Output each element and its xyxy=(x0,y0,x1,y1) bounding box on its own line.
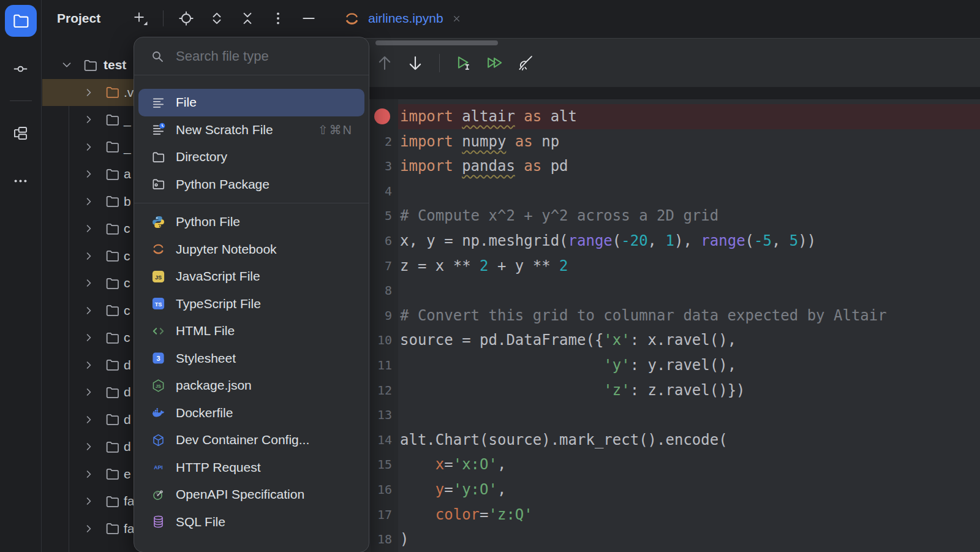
gutter-line-number[interactable]: 5 xyxy=(371,203,398,229)
locate-button[interactable] xyxy=(178,10,194,26)
code-token: alt xyxy=(551,108,577,125)
popup-item-http-request[interactable]: APIHTTP Request xyxy=(138,454,364,482)
hide-button[interactable] xyxy=(301,10,317,26)
popup-item-dockerfile[interactable]: Dockerfile xyxy=(138,399,364,427)
gutter-line-number[interactable]: 11 xyxy=(371,353,398,378)
horizontal-scrollbar-thumb[interactable] xyxy=(375,40,498,45)
chevron-right-icon[interactable] xyxy=(83,277,95,289)
expand-all-button[interactable] xyxy=(209,10,225,26)
gutter-line-number[interactable]: 10 xyxy=(371,328,398,353)
chevron-right-icon[interactable] xyxy=(83,386,95,398)
code-line-8[interactable] xyxy=(400,278,980,303)
gutter-line-number[interactable]: 2 xyxy=(371,129,398,154)
code-token: = xyxy=(480,506,488,523)
popup-item-sql-file[interactable]: SQL File xyxy=(138,509,364,536)
gutter-line-number[interactable]: 15 xyxy=(371,452,398,477)
activity-project-button[interactable] xyxy=(5,5,37,37)
chevron-right-icon[interactable] xyxy=(83,86,95,99)
chevron-right-icon[interactable] xyxy=(83,331,95,344)
gutter-line-number[interactable]: 14 xyxy=(371,428,398,453)
activity-structure-button[interactable] xyxy=(5,117,37,149)
options-button[interactable] xyxy=(270,10,286,26)
code-line-16[interactable]: y='y:O', xyxy=(400,477,980,502)
popup-item-python-file[interactable]: Python File xyxy=(138,208,364,236)
search-input[interactable] xyxy=(176,48,356,64)
gutter-line-breakpoint[interactable] xyxy=(371,104,398,129)
gutter-line-number[interactable]: 16 xyxy=(371,477,398,502)
collapse-all-button[interactable] xyxy=(239,10,255,26)
code-token: 2 xyxy=(480,257,488,274)
gutter-line-number[interactable]: 13 xyxy=(371,403,398,428)
code-token: 1 xyxy=(666,232,674,249)
code-area[interactable]: import altair as altimport numpy as npim… xyxy=(400,104,980,552)
chevron-right-icon[interactable] xyxy=(83,414,95,426)
code-line-2[interactable]: import numpy as np xyxy=(400,129,980,154)
popup-item-new-scratch-file[interactable]: New Scratch File⇧⌘N xyxy=(138,116,364,144)
popup-item-javascript-file[interactable]: JSJavaScript File xyxy=(138,263,364,290)
folder-icon xyxy=(105,303,120,318)
code-line-12[interactable]: 'z': z.ravel()}) xyxy=(400,378,980,403)
popup-item-python-package[interactable]: Python Package xyxy=(138,171,364,198)
code-line-4[interactable] xyxy=(400,179,980,204)
code-line-18[interactable]: ) xyxy=(400,527,980,552)
gutter-line-number[interactable]: 4 xyxy=(371,179,398,204)
code-line-5[interactable]: # Compute x^2 + y^2 across a 2D grid xyxy=(400,203,980,229)
gutter-line-number[interactable]: 8 xyxy=(371,278,398,303)
code-line-7[interactable]: z = x ** 2 + y ** 2 xyxy=(400,254,980,279)
chevron-right-icon[interactable] xyxy=(83,168,95,180)
tab-airlines-ipynb[interactable]: airlines.ipynb xyxy=(335,0,470,37)
popup-item-typescript-file[interactable]: TSTypeScript File xyxy=(138,290,364,318)
popup-item-html-file[interactable]: HTML File xyxy=(138,317,364,345)
gutter-line-number[interactable]: 12 xyxy=(371,378,398,403)
minus-icon xyxy=(301,10,317,26)
activity-commit-button[interactable] xyxy=(5,53,37,85)
code-line-3[interactable]: import pandas as pd xyxy=(400,154,980,179)
gutter-line-number[interactable]: 3 xyxy=(371,154,398,179)
editor-gutter[interactable]: 23456789101112131415161718 xyxy=(371,99,398,552)
code-line-6[interactable]: x, y = np.meshgrid(range(-20, 1), range(… xyxy=(400,229,980,254)
code-line-11[interactable]: 'y': y.ravel(), xyxy=(400,353,980,378)
gutter-line-number[interactable]: 7 xyxy=(371,254,398,279)
move-cell-down-button[interactable] xyxy=(406,54,424,72)
gutter-line-number[interactable]: 6 xyxy=(371,229,398,254)
move-cell-up-button[interactable] xyxy=(375,54,394,72)
run-cell-button[interactable] xyxy=(454,54,473,72)
code-line-14[interactable]: alt.Chart(source).mark_rect().encode( xyxy=(400,428,980,453)
chevron-right-icon[interactable] xyxy=(83,222,95,235)
chevron-right-icon[interactable] xyxy=(83,304,95,317)
popup-item-directory[interactable]: Directory xyxy=(138,143,364,171)
code-line-1[interactable]: import altair as alt xyxy=(400,104,980,129)
code-line-10[interactable]: source = pd.DataFrame({'x': x.ravel(), xyxy=(400,328,980,353)
chevron-right-icon[interactable] xyxy=(83,523,95,535)
clear-outputs-button[interactable] xyxy=(516,54,534,72)
popup-item-jupyter-notebook[interactable]: Jupyter Notebook xyxy=(138,236,364,263)
popup-item-package-json[interactable]: JSpackage.json xyxy=(138,372,364,399)
run-all-cells-button[interactable] xyxy=(485,54,503,72)
chevron-right-icon[interactable] xyxy=(83,495,95,507)
chevron-down-icon[interactable] xyxy=(60,58,74,72)
chevron-right-icon[interactable] xyxy=(83,468,95,480)
breakpoint-icon[interactable] xyxy=(374,108,390,124)
gutter-line-number[interactable]: 18 xyxy=(371,527,398,552)
activity-more-button[interactable] xyxy=(5,165,37,197)
code-line-13[interactable] xyxy=(400,403,980,428)
chevron-right-icon[interactable] xyxy=(83,250,95,262)
chevron-right-icon[interactable] xyxy=(83,141,95,153)
popup-item-dev-container-config[interactable]: Dev Container Config... xyxy=(138,426,364,454)
close-icon[interactable] xyxy=(451,13,462,24)
gutter-line-number[interactable]: 9 xyxy=(371,303,398,328)
chevron-right-icon[interactable] xyxy=(83,113,95,126)
chevron-right-icon[interactable] xyxy=(83,359,95,371)
popup-item-file[interactable]: File xyxy=(138,89,364,116)
code-line-15[interactable]: x='x:O', xyxy=(400,452,980,477)
chevron-right-icon[interactable] xyxy=(83,440,95,453)
popup-item-stylesheet[interactable]: 3Stylesheet xyxy=(138,345,364,372)
new-button[interactable] xyxy=(132,10,148,26)
popup-item-openapi-specification[interactable]: OpenAPI Specification xyxy=(138,481,364,509)
notebook-cell-editor[interactable]: 23456789101112131415161718 import altair… xyxy=(329,99,980,552)
code-line-17[interactable]: color='z:Q' xyxy=(400,502,980,527)
gutter-line-number[interactable]: 17 xyxy=(371,502,398,527)
popup-item-label: Jupyter Notebook xyxy=(176,242,277,257)
chevron-right-icon[interactable] xyxy=(83,195,95,208)
code-line-9[interactable]: # Convert this grid to columnar data exp… xyxy=(400,303,980,328)
